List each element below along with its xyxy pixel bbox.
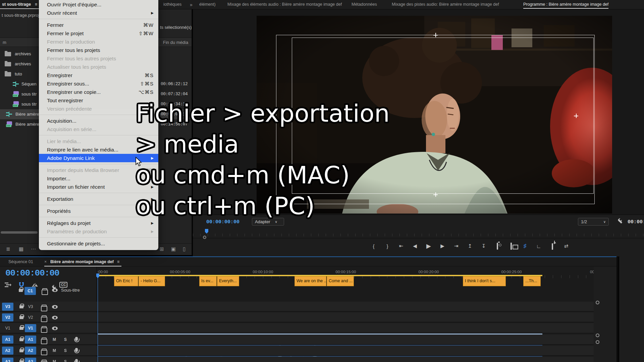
chevron-down-icon: ∨	[603, 220, 606, 224]
tab-libraries[interactable]: iothèques	[163, 2, 181, 7]
track-sync-icon[interactable]	[42, 326, 47, 330]
transform-handle-bottom[interactable]	[433, 192, 438, 197]
mute-button[interactable]: M	[53, 359, 56, 362]
track-sync-icon[interactable]	[42, 288, 47, 292]
comparison-view-icon[interactable]	[507, 243, 515, 249]
mark-in-icon[interactable]: {	[370, 243, 377, 249]
icon-view-icon[interactable]: ▦	[19, 246, 23, 252]
menu-item-save-copy[interactable]: Enregistrer une copie...⌥⌘S	[39, 88, 158, 96]
go-to-out-icon[interactable]: ⇥	[452, 243, 460, 249]
side-panel-slice	[619, 256, 644, 362]
track-sync-icon[interactable]	[42, 338, 47, 342]
solo-button[interactable]: S	[64, 359, 67, 362]
panel-menu-icon[interactable]: ≡	[35, 2, 37, 7]
scrollbar-knob[interactable]	[596, 340, 599, 344]
track-header-a2[interactable]: A2 A2 M S	[0, 346, 594, 356]
timeline-ruler[interactable]: :00:00 00:00:05:00 00:00:10:00 00:00:15:…	[96, 266, 594, 279]
caption-track-badge[interactable]: C1	[24, 287, 36, 295]
go-to-in-icon[interactable]: ⇤	[397, 243, 405, 249]
scrollbar-knob[interactable]	[596, 301, 599, 304]
track-sync-icon[interactable]	[42, 360, 47, 362]
step-back-icon[interactable]: ◀	[411, 243, 419, 249]
lift-icon[interactable]: ↥	[466, 243, 474, 249]
new-item-icon[interactable]: ▣	[171, 246, 176, 252]
mark-out-icon[interactable]: }	[384, 243, 391, 249]
panel-overflow-icon[interactable]: »	[190, 2, 193, 7]
play-icon[interactable]: ▶	[425, 242, 432, 250]
scrollbar-knob[interactable]	[596, 334, 599, 337]
menu-item-close-all-projects[interactable]: Fermer tous les projets	[39, 46, 158, 54]
ruler-icon[interactable]: ∟	[535, 243, 542, 249]
menu-item-project-manager[interactable]: Gestionnaire de projets...	[39, 239, 158, 248]
voiceover-mic-icon[interactable]	[75, 348, 78, 352]
menu-item-open-team-project[interactable]: Ouvrir Projet d'équipe...	[39, 0, 158, 9]
monitor-timecode[interactable]: 00:00:00:00	[206, 219, 239, 225]
solo-button[interactable]: S	[64, 348, 67, 353]
tab-audio-track-mixer[interactable]: Mixage des pistes audio: Bière amère mon…	[392, 2, 499, 7]
caption-track-label: Sous-titre	[61, 288, 80, 293]
track-visibility-icon[interactable]	[52, 316, 58, 319]
solo-button[interactable]: S	[64, 337, 67, 342]
button-editor-icon[interactable]: ⇄	[562, 243, 570, 249]
track-visibility-icon[interactable]	[52, 288, 58, 292]
trash-icon[interactable]: ▯	[183, 246, 185, 252]
track-visibility-icon[interactable]	[52, 326, 58, 330]
monitor-settings-icon[interactable]	[618, 218, 624, 224]
overlay-caption-line3: ou cmd+m (MAC)	[136, 161, 350, 189]
export-media-icon[interactable]	[549, 243, 556, 249]
horizontal-scrollbar[interactable]	[1, 231, 38, 234]
tab-project-panel[interactable]: st sous-titrage ≡	[2, 2, 37, 7]
export-frame-icon[interactable]	[494, 243, 501, 249]
track-sync-icon[interactable]	[42, 349, 47, 353]
tab-metadata[interactable]: Métadonnées	[352, 2, 377, 7]
track-header-a3[interactable]: A3 A3 M S	[0, 357, 594, 362]
monitor-scrub-bar[interactable]	[193, 230, 644, 238]
new-bin-icon[interactable]: ⊞	[160, 246, 164, 252]
lock-icon[interactable]	[19, 327, 23, 330]
column-media-end[interactable]: Fin du média	[161, 40, 188, 45]
menu-item-open-recent[interactable]: Ouvrir récent▶	[39, 9, 158, 17]
track-sync-icon[interactable]	[42, 305, 47, 309]
chevron-down-icon: ∨	[275, 220, 277, 224]
playback-resolution-dropdown[interactable]: 1/2 ∨	[578, 218, 609, 226]
track-visibility-icon[interactable]	[52, 305, 58, 309]
safe-margins-icon[interactable]: ♯	[521, 243, 529, 249]
timeline-timecode[interactable]: 00:00:00:00	[5, 268, 59, 278]
lock-icon[interactable]	[19, 316, 23, 319]
list-view-icon[interactable]: ≣	[6, 246, 10, 252]
menu-item-close[interactable]: Fermer⌘W	[39, 21, 158, 29]
mute-button[interactable]: M	[53, 348, 56, 353]
track-sync-icon[interactable]	[42, 315, 47, 319]
menu-item-save-as[interactable]: Enregistrer sous...⇧⌘S	[39, 79, 158, 88]
step-forward-icon[interactable]: ▶	[439, 243, 446, 249]
menu-item-close-project[interactable]: Fermer le projet⇧⌘W	[39, 29, 158, 38]
lock-icon[interactable]	[19, 349, 23, 352]
close-icon[interactable]: ×	[44, 259, 47, 264]
track-header-a1[interactable]: A1 A1 M S	[0, 335, 594, 345]
voiceover-mic-icon[interactable]	[75, 359, 78, 362]
lock-icon[interactable]	[19, 289, 23, 292]
tab-element[interactable]: élément)	[199, 2, 216, 7]
tab-program-monitor[interactable]: Programme : Bière amère montage image de…	[523, 2, 608, 7]
transform-handle-right[interactable]	[574, 114, 578, 118]
tab-audio-clip-mixer[interactable]: Mixage des éléments audio : Bière amère …	[227, 2, 342, 7]
menu-item-save[interactable]: Enregistrer⌘S	[39, 71, 158, 79]
monitor-zoom-handle[interactable]	[203, 236, 206, 239]
lock-icon[interactable]	[19, 338, 23, 341]
track-header-v3[interactable]: V3 V3	[0, 302, 594, 312]
menu-item-close-other-projects: Fermer tous les autres projets	[39, 54, 158, 63]
mute-button[interactable]: M	[53, 337, 56, 342]
menu-item-project-settings[interactable]: Réglages du projet▶	[39, 219, 158, 227]
tab-active-sequence[interactable]: × Bière amère montage image def ≡	[50, 259, 119, 264]
panel-menu-icon[interactable]: ≡	[117, 259, 119, 264]
transform-handle-top[interactable]	[433, 33, 438, 37]
track-header-v1[interactable]: V1 V1	[0, 323, 594, 334]
tab-sequence-01[interactable]: Séquence 01	[8, 259, 33, 264]
column-name[interactable]: m	[3, 40, 6, 45]
lock-icon[interactable]	[19, 360, 23, 362]
lock-icon[interactable]	[19, 305, 23, 308]
more-options-icon[interactable]: ⋯	[31, 246, 36, 252]
voiceover-mic-icon[interactable]	[75, 337, 78, 341]
track-header-v2[interactable]: V2 V2	[0, 312, 594, 322]
extract-icon[interactable]: ↧	[480, 243, 487, 249]
